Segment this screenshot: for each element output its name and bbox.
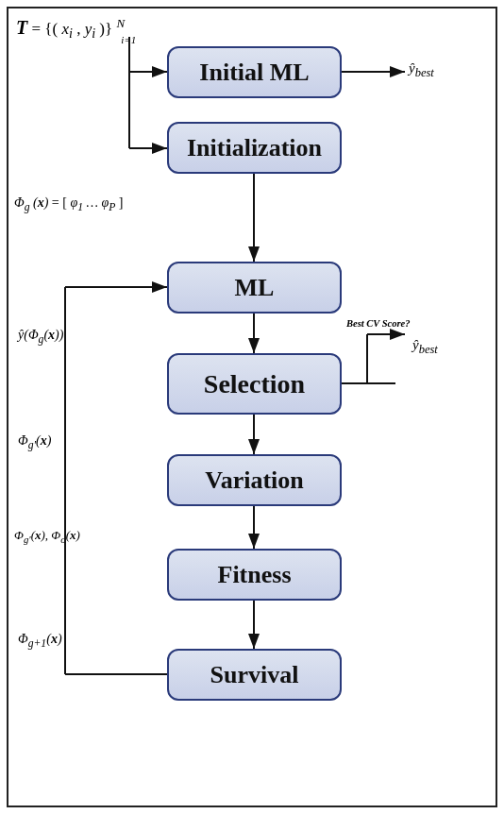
top-formula: T = {( xi , yi )} N i=1 bbox=[16, 16, 143, 42]
y-hat-best-2: ŷbest bbox=[412, 337, 438, 357]
diagram-container: T = {( xi , yi )} N i=1 Initial ML Initi… bbox=[7, 7, 497, 807]
fitness-box: Fitness bbox=[167, 549, 342, 601]
phi-g-formula: Φg (x) = [ φ1 … φP ] bbox=[14, 195, 123, 213]
initial-ml-box: Initial ML bbox=[167, 46, 342, 98]
y-hat-phi-label: ŷ(Φg(x)) bbox=[18, 328, 63, 346]
survival-box: Survival bbox=[167, 649, 342, 701]
initialization-box: Initialization bbox=[167, 122, 342, 174]
best-cv-score-label: Best CV Score? bbox=[346, 318, 410, 329]
ml-box: ML bbox=[167, 262, 342, 314]
y-hat-best-1: ŷbest bbox=[409, 60, 434, 80]
selection-box: Selection bbox=[167, 353, 342, 415]
phi-g-prime-o-label: Φg'(x), Φo(x) bbox=[14, 528, 80, 545]
variation-box: Variation bbox=[167, 454, 342, 506]
phi-g-plus1-label: Φg+1(x) bbox=[18, 632, 62, 650]
phi-g-prime-label: Φg'(x) bbox=[18, 433, 51, 451]
